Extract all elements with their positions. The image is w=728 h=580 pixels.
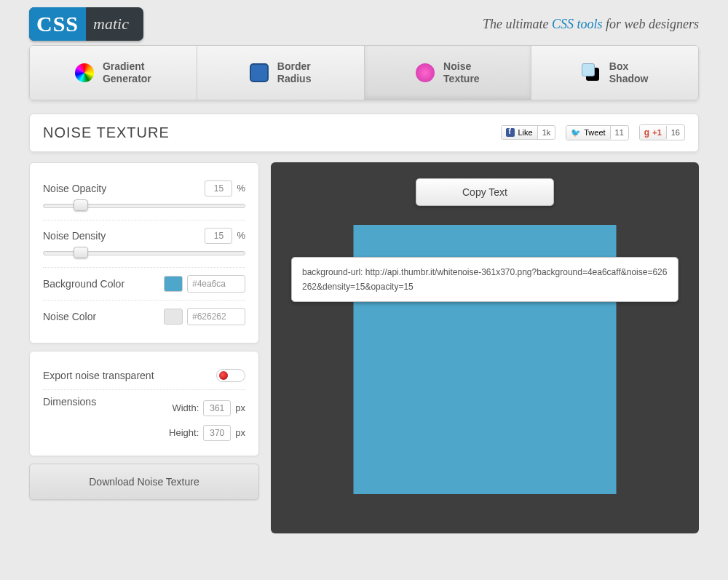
logo[interactable]: CSS matic: [29, 7, 143, 41]
tab-border-radius[interactable]: Border Radius: [197, 46, 365, 100]
social-buttons: Like 1k 🐦Tweet 11 g+1 16: [501, 124, 685, 140]
noise-controls-panel: Noise Opacity % Noise Density %: [29, 162, 259, 343]
fb-count: 1k: [537, 126, 555, 139]
opacity-label: Noise Opacity: [43, 183, 106, 194]
download-button[interactable]: Download Noise Texture: [29, 464, 259, 500]
twitter-tweet-button[interactable]: 🐦Tweet 11: [566, 125, 629, 140]
export-transparent-label: Export noise transparent: [43, 370, 154, 381]
tab-gradient[interactable]: Gradient Generator: [30, 46, 197, 100]
bgcolor-label: Background Color: [43, 278, 124, 290]
density-label: Noise Density: [43, 230, 106, 242]
logo-css: CSS: [29, 7, 86, 41]
tab-noise-texture[interactable]: Noise Texture: [365, 46, 532, 100]
gp-count: 16: [666, 126, 684, 139]
google-plus-icon: g: [644, 127, 649, 138]
tabs: Gradient Generator Border Radius Noise T…: [29, 45, 699, 100]
density-slider[interactable]: [43, 247, 245, 258]
export-panel: Export noise transparent Dimensions Widt…: [29, 351, 259, 456]
slider-thumb[interactable]: [74, 247, 88, 258]
density-unit: %: [237, 230, 245, 241]
tab-label: Gradient Generator: [103, 60, 151, 85]
height-label: Height:: [169, 427, 199, 438]
facebook-icon: [506, 128, 515, 137]
slider-thumb[interactable]: [74, 199, 88, 211]
tagline: The ultimate CSS tools for web designers: [483, 17, 699, 32]
copy-text-button[interactable]: Copy Text: [416, 178, 554, 206]
tw-count: 11: [610, 126, 628, 139]
noisecolor-input[interactable]: [187, 308, 245, 325]
noisecolor-label: Noise Color: [43, 311, 96, 322]
tab-label: Border Radius: [277, 60, 312, 85]
box-shadow-icon: [582, 63, 601, 82]
width-input[interactable]: [203, 400, 231, 416]
tagline-accent: CSS tools: [552, 17, 603, 31]
facebook-like-button[interactable]: Like 1k: [501, 125, 555, 140]
fb-label: Like: [518, 128, 532, 137]
tab-box-shadow[interactable]: Box Shadow: [531, 46, 698, 100]
download-label: Download Noise Texture: [89, 476, 199, 488]
bgcolor-swatch[interactable]: [164, 276, 183, 292]
tagline-pre: The ultimate: [483, 17, 552, 31]
color-wheel-icon: [75, 63, 94, 82]
density-input[interactable]: [205, 228, 232, 244]
opacity-input[interactable]: [205, 180, 232, 196]
copy-label: Copy Text: [462, 186, 507, 198]
opacity-unit: %: [237, 183, 245, 194]
toggle-dot-icon: [219, 371, 228, 380]
twitter-icon: 🐦: [571, 128, 581, 138]
gp-label: +1: [652, 128, 662, 137]
dimensions-label: Dimensions: [43, 396, 96, 408]
tab-label: Box Shadow: [609, 60, 649, 85]
noisecolor-swatch[interactable]: [164, 309, 183, 325]
tw-label: Tweet: [584, 128, 605, 137]
google-plus-button[interactable]: g+1 16: [639, 124, 685, 140]
tab-label: Noise Texture: [443, 60, 480, 85]
logo-matic: matic: [86, 10, 136, 38]
border-radius-icon: [250, 63, 269, 82]
height-unit: px: [235, 427, 245, 438]
preview-area: Copy Text background-url: http://api.thu…: [271, 162, 699, 533]
height-input[interactable]: [203, 425, 231, 441]
noise-icon: [416, 63, 435, 82]
width-label: Width:: [172, 402, 199, 413]
export-transparent-toggle[interactable]: [216, 369, 245, 382]
page-title: NOISE TEXTURE: [43, 124, 170, 141]
tagline-post: for web designers: [603, 17, 700, 31]
opacity-slider[interactable]: [43, 199, 245, 211]
code-output[interactable]: background-url: http://api.thumbr.it/whi…: [291, 257, 678, 303]
width-unit: px: [235, 402, 245, 413]
bgcolor-input[interactable]: [187, 275, 245, 293]
